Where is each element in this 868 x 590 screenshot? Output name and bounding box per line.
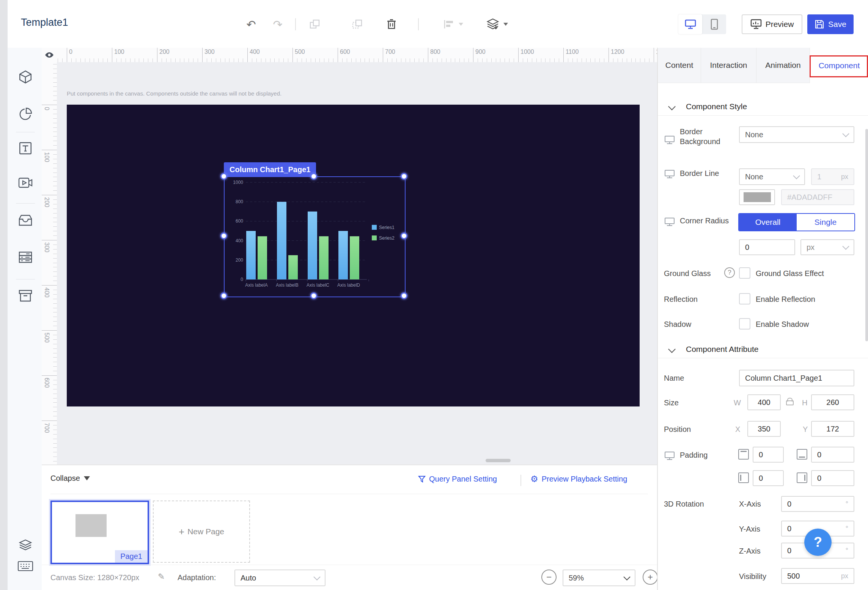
width-input[interactable]: 400 (747, 394, 781, 410)
desktop-view-button[interactable] (678, 14, 702, 34)
resize-handle[interactable] (401, 292, 407, 299)
canvas-h-scrollbar[interactable] (486, 459, 511, 462)
resize-handle[interactable] (401, 232, 407, 239)
adaptation-select[interactable]: Auto (234, 570, 326, 586)
position-x-input[interactable]: 350 (747, 421, 781, 437)
zoom-level-select[interactable]: 59% (563, 570, 635, 586)
padding-bottom-input[interactable]: 0 (811, 447, 854, 463)
border-color-swatch[interactable] (739, 189, 775, 205)
template-title[interactable]: Template1 (21, 17, 68, 28)
chevron-down-icon (668, 103, 676, 110)
preview-playback-setting-label: Preview Playback Setting (542, 475, 627, 483)
sidebar-item-text[interactable] (18, 141, 33, 157)
sidebar-item-charts[interactable] (18, 107, 33, 123)
x-axis-input[interactable]: 0 ° (781, 496, 854, 512)
preview-label: Preview (766, 20, 794, 29)
padding-top-input[interactable]: 0 (753, 447, 784, 463)
panel-scrollbar[interactable] (865, 129, 868, 341)
sidebar-item-materials[interactable] (18, 214, 33, 228)
border-color-input[interactable]: #ADADADFF (781, 189, 854, 205)
desktop-icon (684, 19, 697, 30)
layer-order-menu-button[interactable] (481, 16, 513, 33)
ruler-tick (414, 58, 415, 62)
corner-single-button[interactable]: Single (797, 214, 854, 231)
resize-handle[interactable] (310, 173, 317, 180)
copy-button[interactable] (307, 17, 323, 32)
chevron-down-icon (623, 573, 630, 580)
preview-playback-setting-link[interactable]: ⚙ Preview Playback Setting (530, 475, 627, 483)
ruler-tick (392, 58, 392, 62)
sidebar-item-media[interactable] (18, 177, 33, 190)
border-color-value: #ADADADFF (787, 193, 832, 202)
ruler-tick (198, 58, 198, 62)
tab-interaction[interactable]: Interaction (701, 48, 756, 83)
undo-button[interactable]: ↶ (243, 17, 259, 32)
sidebar-divider (16, 203, 35, 204)
zoom-in-button[interactable]: + (643, 570, 658, 585)
ruler-tick (369, 58, 370, 62)
padding-left-input[interactable]: 0 (753, 470, 784, 486)
border-background-select[interactable]: None (739, 126, 854, 143)
resize-handle[interactable] (220, 292, 227, 299)
delete-button[interactable] (383, 17, 400, 32)
help-circle-icon[interactable]: ? (724, 267, 735, 278)
sidebar-item-archive[interactable] (18, 289, 33, 304)
ruler-visibility-toggle[interactable] (42, 48, 57, 63)
resize-handle[interactable] (220, 232, 227, 239)
reflection-checkbox[interactable] (739, 293, 750, 304)
sidebar-item-shortcuts[interactable] (17, 560, 33, 573)
sidebar-item-layers[interactable] (18, 539, 33, 554)
resize-handle[interactable] (401, 173, 407, 180)
help-button[interactable]: ? (804, 529, 832, 556)
ground-glass-checkbox[interactable] (739, 267, 750, 279)
page-thumbnail-page1[interactable]: Page1 (50, 501, 149, 564)
ruler-tick (53, 154, 57, 155)
ruler-tick (53, 231, 57, 231)
corner-radius-input[interactable]: 0 (739, 239, 795, 255)
query-panel-setting-link[interactable]: Query Panel Setting (418, 475, 497, 483)
ruler-tick (482, 58, 483, 62)
ruler-major-tick (42, 240, 57, 240)
zoom-out-button[interactable]: − (541, 570, 557, 585)
sidebar-item-data[interactable] (18, 251, 33, 265)
lock-ratio-icon[interactable] (786, 400, 794, 405)
border-width-input[interactable]: 1 px (811, 168, 854, 185)
resize-handle[interactable] (310, 292, 317, 299)
degree-unit: ° (846, 525, 848, 533)
redo-button[interactable]: ↷ (269, 17, 286, 32)
tab-content[interactable]: Content (658, 48, 701, 83)
component-name-tag[interactable]: Column Chart1_Page1 (224, 162, 316, 177)
svg-text:Axis labelB: Axis labelB (276, 282, 298, 288)
padding-right-input[interactable]: 0 (811, 470, 854, 486)
name-input[interactable]: Column Chart1_Page1 (739, 370, 854, 386)
ruler-label: 600 (43, 378, 50, 388)
sidebar-item-3d[interactable] (18, 70, 33, 86)
mobile-view-button[interactable] (702, 14, 726, 34)
new-page-button[interactable]: + New Page (153, 501, 250, 563)
component-attribute-header[interactable]: Component Attribute (658, 341, 868, 358)
app-window: Template1 ↶ ↷ (0, 0, 868, 590)
save-button[interactable]: Save (807, 14, 854, 34)
shadow-checkbox[interactable] (739, 318, 750, 330)
align-menu-button[interactable] (440, 17, 467, 32)
h-ruler: 0100200300400500600700800900100011001200… (57, 48, 657, 63)
ruler-tick (410, 58, 410, 62)
resize-handle[interactable] (220, 173, 227, 180)
corner-overall-button[interactable]: Overall (739, 214, 797, 231)
duplicate-button[interactable] (349, 17, 366, 32)
corner-radius-unit-select[interactable]: px (800, 239, 854, 255)
ruler-major-tick (112, 48, 112, 62)
ruler-tick (53, 136, 57, 137)
selected-component[interactable]: Column Chart1_Page1 02004006008001000Axi… (224, 176, 406, 297)
x-label: X (735, 425, 740, 434)
preview-button[interactable]: Preview (742, 14, 802, 34)
edit-canvas-size-icon[interactable]: ✎ (158, 572, 165, 582)
height-input[interactable]: 260 (811, 394, 854, 410)
position-y-input[interactable]: 172 (811, 421, 854, 437)
visibility-input[interactable]: 500 px (781, 568, 854, 584)
border-line-select[interactable]: None (739, 168, 805, 185)
tab-animation[interactable]: Animation (756, 48, 810, 83)
ruler-tick (446, 58, 447, 62)
component-style-header[interactable]: Component Style (658, 98, 868, 116)
collapse-button[interactable]: Collapse (50, 474, 90, 483)
